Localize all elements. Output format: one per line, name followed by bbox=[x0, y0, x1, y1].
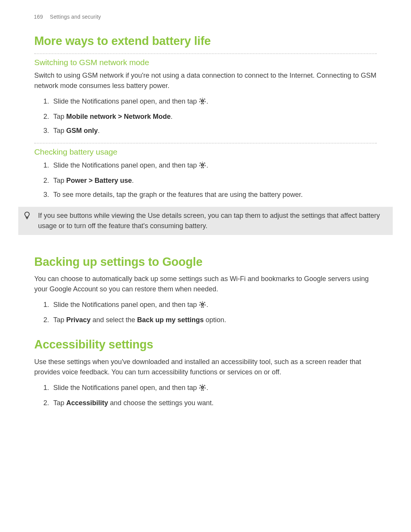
ui-path: Mobile network > Network Mode bbox=[66, 113, 171, 120]
page: 169 Settings and security More ways to e… bbox=[0, 0, 411, 532]
ui-path: Power > Battery use bbox=[66, 177, 132, 184]
ui-term: Back up my settings bbox=[137, 316, 204, 324]
step: Tap Privacy and select the Back up my se… bbox=[51, 315, 377, 325]
accessibility-body: Use these settings when you've downloade… bbox=[34, 357, 377, 377]
step: Slide the Notifications panel open, and … bbox=[51, 160, 377, 172]
step: Slide the Notifications panel open, and … bbox=[51, 383, 377, 394]
backup-body: You can choose to automatically back up … bbox=[34, 274, 377, 294]
settings-icon bbox=[199, 97, 206, 108]
settings-icon bbox=[199, 161, 206, 172]
backup-steps: Slide the Notifications panel open, and … bbox=[34, 300, 377, 325]
step: To see more details, tap the graph or th… bbox=[51, 190, 377, 200]
step: Tap Power > Battery use. bbox=[51, 176, 377, 186]
heading-accessibility: Accessibility settings bbox=[34, 336, 377, 354]
section-name: Settings and security bbox=[50, 14, 101, 20]
step: Slide the Notifications panel open, and … bbox=[51, 300, 377, 311]
subheading-battery-usage: Checking battery usage bbox=[34, 143, 377, 158]
subheading-gsm: Switching to GSM network mode bbox=[34, 53, 377, 69]
tip-text: If you see buttons while viewing the Use… bbox=[38, 211, 385, 231]
accessibility-steps: Slide the Notifications panel open, and … bbox=[34, 383, 377, 408]
ui-term: Accessibility bbox=[66, 399, 108, 407]
ui-term: Privacy bbox=[66, 316, 91, 324]
battery-steps: Slide the Notifications panel open, and … bbox=[34, 160, 377, 200]
gsm-body: Switch to using GSM network if you're no… bbox=[34, 70, 377, 91]
step: Slide the Notifications panel open, and … bbox=[51, 96, 377, 108]
step: Tap GSM only. bbox=[51, 126, 377, 136]
step: Tap Accessibility and choose the setting… bbox=[51, 398, 377, 408]
ui-path: GSM only bbox=[66, 127, 98, 134]
step: Tap Mobile network > Network Mode. bbox=[51, 112, 377, 122]
bulb-icon bbox=[23, 211, 38, 220]
heading-more-ways: More ways to extend battery life bbox=[34, 32, 377, 50]
settings-icon bbox=[199, 383, 206, 394]
gsm-steps: Slide the Notifications panel open, and … bbox=[34, 96, 377, 136]
tip-callout: If you see buttons while viewing the Use… bbox=[18, 207, 393, 235]
page-number: 169 bbox=[34, 13, 48, 21]
page-header: 169 Settings and security bbox=[34, 13, 377, 21]
settings-icon bbox=[199, 300, 206, 311]
heading-backup: Backing up settings to Google bbox=[34, 253, 377, 271]
